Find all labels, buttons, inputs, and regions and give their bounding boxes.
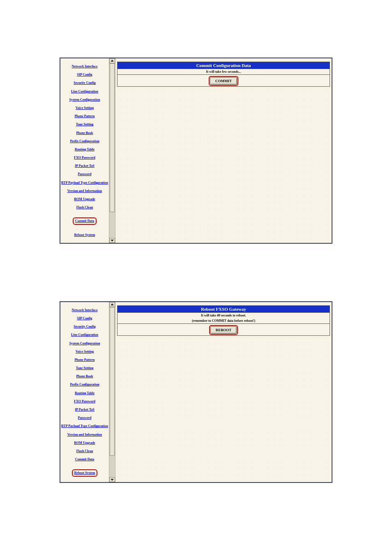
nav-voice-setting[interactable]: Voice Setting [61,106,108,110]
nav-phone-book[interactable]: Phone Book [61,374,108,378]
nav-sip-config[interactable]: SIP Config [61,73,108,76]
scroll-down-button[interactable] [109,238,115,243]
nav-rom-upgrade[interactable]: ROM Upgrade [61,197,108,201]
panel-button-row: REBOOT [117,324,330,336]
nav-rtp-payload-type-configuration[interactable]: RTP Payload Type Configuration [61,424,108,428]
content-pane: Commit Configuration Data It will take f… [115,58,332,243]
nav-rom-upgrade[interactable]: ROM Upgrade [61,441,108,445]
nav-ip-packet-tos[interactable]: IP Packet ToS [61,164,108,168]
chevron-down-icon [111,240,114,242]
nav-fxo-password[interactable]: FXO Password [61,399,108,403]
nav-tone-setting[interactable]: Tone Setting [61,122,108,126]
panel-title: Commit Configuration Data [117,62,330,69]
nav-routing-table[interactable]: Routing Table [61,148,108,151]
panel-subtext-2: (remember to COMMIT data before reboot!) [117,318,330,324]
nav-phone-book[interactable]: Phone Book [61,131,108,135]
sidebar-scrollbar[interactable] [109,58,115,243]
nav-reboot-system[interactable]: Reboot System [72,469,98,476]
nav-reboot-system[interactable]: Reboot System [61,233,108,237]
nav-flash-clean[interactable]: Flash Clean [61,449,108,453]
scroll-thumb[interactable] [110,307,115,456]
nav-voice-setting[interactable]: Voice Setting [61,350,108,353]
screenshot-commit: Network InterfaceSIP ConfigSecurity Conf… [60,58,332,244]
nav-phone-pattern[interactable]: Phone Pattern [61,114,108,118]
nav-version-and-information[interactable]: Version and Information [61,189,108,193]
screenshot-reboot: Network InterfaceSIP ConfigSecurity Conf… [60,301,332,483]
panel-subtext: It will take few seconds... [117,69,330,75]
nav-security-config[interactable]: Security Config [61,81,108,85]
panel-button-row: COMMIT [117,75,330,87]
content-pane: Reboot FXSO Gateway It will take 40 seco… [115,302,332,482]
scroll-up-button[interactable] [109,302,115,307]
sidebar: Network InterfaceSIP ConfigSecurity Conf… [60,58,109,243]
reboot-button[interactable]: REBOOT [210,326,237,334]
commit-button[interactable]: COMMIT [210,77,237,85]
nav-password[interactable]: Password [61,172,108,176]
nav-network-interface[interactable]: Network Interface [61,65,108,68]
nav-prefix-configuration[interactable]: Prefix Configuration [61,139,108,143]
nav-phone-pattern[interactable]: Phone Pattern [61,358,108,362]
nav-system-configuration[interactable]: System Configuration [61,98,108,102]
nav-commit-data[interactable]: Commit Data [61,457,108,461]
nav-version-and-information[interactable]: Version and Information [61,433,108,436]
nav-commit-data[interactable]: Commit Data [73,217,97,224]
nav-sip-config[interactable]: SIP Config [61,316,108,320]
scroll-up-button[interactable] [109,58,115,63]
nav-line-configuration[interactable]: Line Configuration [61,90,108,93]
nav-routing-table[interactable]: Routing Table [61,391,108,395]
nav-password[interactable]: Password [61,416,108,420]
nav-tone-setting[interactable]: Tone Setting [61,366,108,370]
sidebar: Network InterfaceSIP ConfigSecurity Conf… [60,302,109,482]
nav-flash-clean[interactable]: Flash Clean [61,205,108,209]
panel-title: Reboot FXSO Gateway [117,305,330,313]
chevron-up-icon [111,303,114,305]
chevron-down-icon [111,479,114,481]
nav-security-config[interactable]: Security Config [61,325,108,328]
nav-line-configuration[interactable]: Line Configuration [61,333,108,337]
scroll-thumb[interactable] [110,63,115,212]
nav-prefix-configuration[interactable]: Prefix Configuration [61,383,108,386]
nav-system-configuration[interactable]: System Configuration [61,342,108,345]
nav-rtp-payload-type-configuration[interactable]: RTP Payload Type Configuration [61,181,108,185]
panel-subtext-1: It will take 40 seconds to reboot. [117,313,330,318]
chevron-up-icon [111,60,114,62]
nav-ip-packet-tos[interactable]: IP Packet ToS [61,408,108,411]
scroll-down-button[interactable] [109,477,115,482]
sidebar-scrollbar[interactable] [109,302,115,482]
nav-network-interface[interactable]: Network Interface [61,308,108,312]
nav-fxo-password[interactable]: FXO Password [61,156,108,159]
